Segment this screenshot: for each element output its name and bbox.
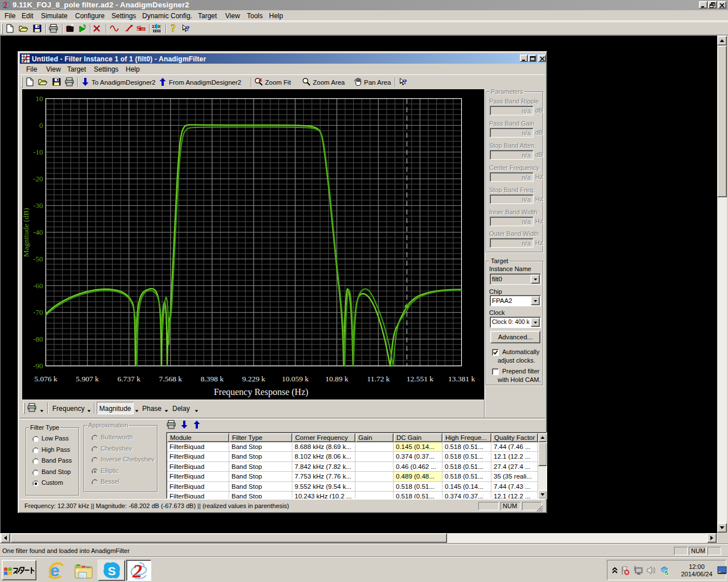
svg-text:-50: -50	[33, 255, 43, 263]
svg-text:7.568 k: 7.568 k	[159, 375, 183, 383]
svg-text:5.076 k: 5.076 k	[34, 375, 57, 383]
svg-text:5.907 k: 5.907 k	[76, 375, 99, 383]
svg-text:-20: -20	[33, 174, 43, 183]
svg-text:-80: -80	[33, 335, 43, 343]
svg-text:?: ?	[186, 24, 190, 32]
svg-text:0: 0	[39, 121, 43, 130]
svg-text:Sim: Sim	[136, 25, 146, 32]
svg-text:11.72 k: 11.72 k	[367, 375, 390, 383]
svg-text:e: e	[50, 561, 60, 579]
svg-text:01: 01	[158, 24, 161, 29]
svg-text:10: 10	[36, 94, 43, 103]
svg-text:10.89 k: 10.89 k	[325, 375, 349, 383]
svg-text:13.381 k: 13.381 k	[448, 375, 475, 383]
svg-text:-90: -90	[33, 361, 43, 370]
svg-text:6.737 k: 6.737 k	[117, 375, 140, 383]
svg-text:?: ?	[403, 77, 407, 86]
svg-text:2: 2	[3, 1, 7, 10]
svg-text:Magnitude (dB): Magnitude (dB)	[22, 208, 30, 257]
svg-text:?: ?	[171, 24, 176, 33]
svg-text:-10: -10	[33, 148, 43, 156]
svg-text:-70: -70	[33, 308, 43, 317]
svg-text:12.551 k: 12.551 k	[407, 375, 434, 383]
svg-text:9.229 k: 9.229 k	[242, 375, 266, 383]
svg-text:-30: -30	[33, 201, 43, 210]
svg-text:-40: -40	[33, 228, 43, 236]
svg-text:2: 2	[132, 560, 142, 581]
svg-text:S: S	[107, 564, 115, 577]
svg-text:Frequency Response (Hz): Frequency Response (Hz)	[214, 387, 308, 397]
svg-text:8.398 k: 8.398 k	[201, 375, 224, 383]
svg-text:10.059 k: 10.059 k	[282, 375, 309, 383]
svg-text:-60: -60	[33, 281, 43, 290]
